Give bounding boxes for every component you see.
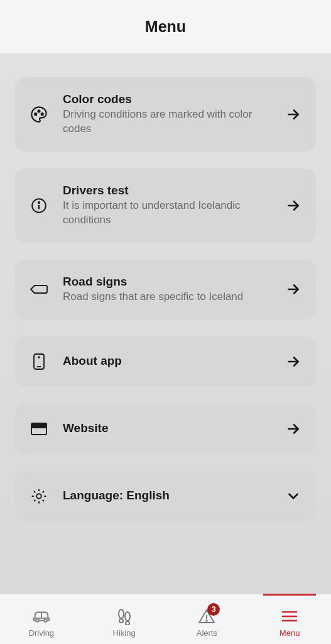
svg-point-21 — [119, 619, 123, 623]
warning-icon: 3 — [197, 607, 216, 626]
info-icon — [29, 196, 49, 216]
menu-item-title: About app — [63, 354, 271, 368]
nav-item-hiking[interactable]: Hiking — [83, 594, 166, 644]
svg-point-16 — [36, 494, 41, 499]
svg-point-23 — [126, 621, 129, 625]
gear-icon — [29, 486, 49, 506]
menu-text: Color codes Driving conditions are marke… — [63, 92, 271, 136]
svg-point-17 — [36, 619, 39, 622]
menu-item-language[interactable]: Language: English — [15, 471, 316, 521]
header: Menu — [0, 0, 331, 53]
menu-text: Website — [63, 421, 271, 436]
svg-point-20 — [119, 609, 124, 618]
svg-point-22 — [125, 612, 130, 621]
arrow-right-icon — [285, 420, 302, 438]
menu-item-website[interactable]: Website — [15, 404, 316, 454]
palette-icon — [29, 104, 49, 125]
svg-point-0 — [35, 113, 36, 115]
menu-item-subtitle: Driving conditions are marked with color… — [63, 108, 271, 136]
nav-label: Menu — [279, 628, 300, 638]
menu-content: Color codes Driving conditions are marke… — [0, 53, 331, 594]
svg-point-1 — [38, 110, 40, 112]
nav-item-driving[interactable]: Driving — [0, 594, 83, 644]
footsteps-icon — [115, 607, 134, 626]
browser-icon — [29, 419, 49, 439]
menu-item-title: Website — [63, 421, 271, 435]
phone-icon — [29, 352, 49, 372]
menu-item-subtitle: Road signs that are specific to Iceland — [63, 290, 271, 304]
nav-label: Alerts — [197, 628, 217, 638]
menu-text: Drivers test It is important to understa… — [63, 184, 271, 228]
menu-item-title: Drivers test — [63, 184, 271, 197]
svg-point-6 — [38, 202, 40, 203]
menu-item-about-app[interactable]: About app — [15, 336, 316, 387]
svg-point-2 — [41, 113, 43, 115]
menu-item-drivers-test[interactable]: Drivers test It is important to understa… — [15, 169, 316, 243]
menu-text: Road signs Road signs that are specific … — [63, 275, 271, 304]
arrow-right-icon — [285, 353, 302, 370]
menu-item-title: Language: English — [63, 489, 271, 502]
nav-label: Hiking — [113, 628, 136, 638]
sign-icon — [29, 279, 49, 299]
menu-item-road-signs[interactable]: Road signs Road signs that are specific … — [15, 260, 316, 319]
menu-item-subtitle: It is important to understand Icelandic … — [63, 199, 271, 228]
arrow-right-icon — [285, 280, 302, 298]
page-title: Menu — [0, 18, 331, 36]
nav-label: Driving — [29, 628, 54, 638]
alerts-badge: 3 — [207, 603, 220, 616]
svg-point-10 — [38, 357, 40, 358]
menu-item-title: Color codes — [63, 92, 271, 106]
svg-point-18 — [44, 619, 47, 622]
bottom-nav: Driving Hiking 3 Alerts — [0, 594, 331, 644]
menu-icon — [280, 607, 299, 626]
menu-text: Language: English — [63, 489, 271, 504]
arrow-right-icon — [285, 106, 302, 123]
menu-item-title: Road signs — [63, 275, 271, 289]
nav-item-menu[interactable]: Menu — [248, 594, 331, 644]
svg-rect-14 — [31, 423, 46, 428]
nav-item-alerts[interactable]: 3 Alerts — [166, 594, 249, 644]
menu-text: About app — [63, 354, 271, 369]
menu-item-color-codes[interactable]: Color codes Driving conditions are marke… — [15, 77, 316, 152]
svg-point-25 — [207, 620, 208, 621]
car-icon — [32, 607, 51, 626]
chevron-down-icon — [285, 487, 302, 505]
arrow-right-icon — [285, 197, 302, 214]
